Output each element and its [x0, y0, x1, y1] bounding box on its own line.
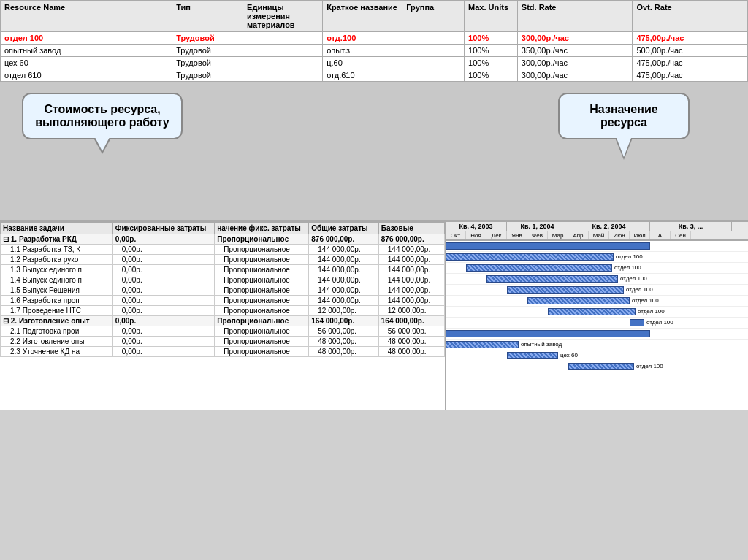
task-table-row: ⊟ 1. Разработка РКД0,00р.Пропорционально…	[1, 234, 445, 245]
task-cell-0: 0,00р.	[112, 326, 214, 337]
resource-table-row: отдел 610Трудовойотд.610100%300,00р./час…	[1, 69, 748, 82]
gantt-quarter-0: Кв. 4, 2003	[446, 222, 507, 231]
gantt-bar-label-10: цех 60	[560, 352, 578, 358]
resource-table-row: отдел 100Трудовойотд.100100%300,00р./час…	[1, 32, 748, 45]
task-table-row: 2.3 Уточнение КД на0,00р.Пропорционально…	[1, 347, 445, 357]
gantt-row-10: цех 60	[446, 350, 748, 361]
resource-cell-3: опыт.з.	[323, 45, 402, 57]
task-name-cell: 1.3 Выпуск единого п	[1, 265, 113, 275]
task-cell-0: 0,00р.	[112, 285, 214, 296]
gantt-row-5: отдел 100	[446, 296, 748, 307]
gantt-quarter-3: Кв. 3, ...	[650, 222, 732, 231]
task-col-fixed: Фиксированные затраты	[112, 223, 214, 234]
task-name-cell: 2.2 Изготовление опы	[1, 337, 113, 347]
task-table-header-row: Название задачи Фиксированные затраты на…	[1, 223, 445, 234]
task-name-cell: 2.1 Подготовка прои	[1, 326, 113, 337]
col-header-group: Группа	[402, 1, 465, 32]
task-cell-1: Пропорциональное	[215, 296, 309, 306]
col-header-name: Resource Name	[1, 1, 172, 32]
task-cell-3: 144 000,00р.	[378, 265, 444, 275]
task-cell-3: 164 000,00р.	[378, 316, 444, 326]
resource-cell-7: 475,00р./час	[633, 32, 748, 45]
task-name-cell: ⊟ 1. Разработка РКД	[1, 234, 113, 245]
col-header-type: Тип	[172, 1, 243, 32]
task-cell-3: 876 000,00р.	[378, 234, 444, 245]
task-table-row: 1.2 Разработка руко0,00р.Пропорционально…	[1, 255, 445, 265]
task-table-row: 1.3 Выпуск единого п0,00р.Пропорциональн…	[1, 265, 445, 275]
gantt-bar-label-2: отдел 100	[614, 264, 641, 271]
col-header-short: Краткое название	[323, 1, 402, 32]
gantt-bar-label-3: отдел 100	[620, 275, 647, 282]
task-col-base: Базовые	[378, 223, 444, 234]
gantt-month-3: Янв	[507, 231, 527, 239]
gantt-body: отдел 100отдел 100отдел 100отдел 100отде…	[446, 241, 748, 372]
task-cell-3: 144 000,00р.	[378, 285, 444, 296]
middle-section: Стоимость ресурса, выполняющего работу Н…	[0, 82, 748, 220]
bottom-section: Название задачи Фиксированные затраты на…	[0, 220, 748, 410]
resource-cell-7: 500,00р./час	[633, 45, 748, 57]
task-table-row: 1.4 Выпуск единого п0,00р.Пропорциональн…	[1, 275, 445, 285]
resource-cell-4	[402, 45, 465, 57]
gantt-bar-4	[507, 286, 624, 294]
resource-cell-6: 350,00р./час	[517, 45, 633, 57]
gantt-bar-2	[466, 264, 612, 272]
resource-cell-0: отдел 610	[1, 69, 172, 82]
gantt-quarter-1: Кв. 1, 2004	[507, 222, 568, 231]
task-cell-3: 12 000,00р.	[378, 306, 444, 316]
resource-table-row: цех 60Трудовойц.60100%300,00р./час475,00…	[1, 57, 748, 69]
task-table-row: ⊟ 2. Изготовление опыт0,00р.Пропорционал…	[1, 316, 445, 326]
task-cell-1: Пропорциональное	[215, 337, 309, 347]
task-cell-1: Пропорциональное	[215, 265, 309, 275]
task-cell-2: 12 000,00р.	[309, 306, 378, 316]
gantt-bar-label-4: отдел 100	[626, 286, 653, 293]
resource-table-row: опытный заводТрудовойопыт.з.100%350,00р.…	[1, 45, 748, 57]
col-header-std: Std. Rate	[517, 1, 633, 32]
resource-cell-6: 300,00р./час	[517, 69, 633, 82]
gantt-bar-label-9: опытный завод	[521, 341, 562, 348]
resource-cell-0: опытный завод	[1, 45, 172, 57]
task-cell-0: 0,00р.	[112, 296, 214, 306]
task-table-row: 1.5 Выпуск Решения0,00р.Пропорциональное…	[1, 285, 445, 296]
task-cell-2: 144 000,00р.	[309, 285, 378, 296]
gantt-bar-label-11: отдел 100	[636, 363, 663, 369]
task-cell-0: 0,00р.	[112, 306, 214, 316]
gantt-row-4: отдел 100	[446, 285, 748, 296]
task-col-total: Общие затраты	[309, 223, 378, 234]
resource-cell-4	[402, 69, 465, 82]
task-cell-2: 144 000,00р.	[309, 275, 378, 285]
task-name-cell: ⊟ 2. Изготовление опыт	[1, 316, 113, 326]
gantt-bar-label-7: отдел 100	[646, 319, 673, 326]
callout-cost: Стоимость ресурса, выполняющего работу	[22, 93, 183, 139]
task-col-billing: начение фикс. затраты	[215, 223, 309, 234]
gantt-bar-3	[486, 275, 618, 283]
col-header-ovt: Ovt. Rate	[633, 1, 748, 32]
resource-cell-5: 100%	[465, 32, 518, 45]
callout-assignment-text: Назначение ресурса	[589, 103, 657, 129]
gantt-row-7: отдел 100	[446, 318, 748, 329]
task-cell-3: 48 000,00р.	[378, 337, 444, 347]
gantt-quarters: Кв. 4, 2003Кв. 1, 2004Кв. 2, 2004Кв. 3, …	[446, 222, 748, 231]
resource-cell-6: 300,00р./час	[517, 57, 633, 69]
task-cell-2: 144 000,00р.	[309, 296, 378, 306]
task-name-cell: 1.6 Разработка проп	[1, 296, 113, 306]
gantt-bar-0	[446, 242, 650, 250]
resource-cell-2	[243, 69, 323, 82]
gantt-bar-label-1: отдел 100	[616, 253, 643, 260]
gantt-bar-label-5: отдел 100	[632, 297, 659, 304]
task-table-row: 2.2 Изготовление опы0,00р.Пропорциональн…	[1, 337, 445, 347]
task-cell-1: Пропорциональное	[215, 255, 309, 265]
callout-assignment: Назначение ресурса	[558, 93, 690, 139]
resource-cell-6: 300,00р./час	[517, 32, 633, 45]
resource-cell-1: Трудовой	[172, 45, 243, 57]
task-cell-0: 0,00р.	[112, 347, 214, 357]
task-table: Название задачи Фиксированные затраты на…	[0, 222, 445, 357]
task-name-cell: 2.3 Уточнение КД на	[1, 347, 113, 357]
task-cell-2: 164 000,00р.	[309, 316, 378, 326]
gantt-bar-5	[527, 297, 630, 304]
resource-cell-0: цех 60	[1, 57, 172, 69]
task-cell-0: 0,00р.	[112, 316, 214, 326]
gantt-row-2: отдел 100	[446, 263, 748, 274]
task-cell-0: 0,00р.	[112, 265, 214, 275]
gantt-months: ОктНояДекЯнвФевМарАпрМайИюнИюлАСен	[446, 231, 748, 240]
task-cell-0: 0,00р.	[112, 275, 214, 285]
